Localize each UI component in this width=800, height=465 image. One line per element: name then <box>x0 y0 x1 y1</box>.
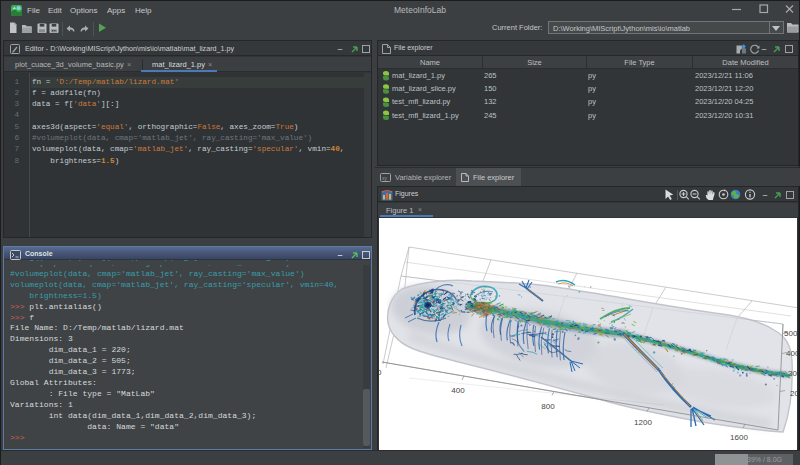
svg-text:400: 400 <box>451 386 465 395</box>
svg-text:300: 300 <box>788 369 797 378</box>
svg-text:xy: xy <box>382 175 388 181</box>
svg-text:800: 800 <box>541 402 555 411</box>
svg-text:0: 0 <box>379 368 382 377</box>
svg-text:400: 400 <box>786 349 797 358</box>
svg-text:200: 200 <box>790 389 797 398</box>
svg-text:1200: 1200 <box>634 418 652 427</box>
svg-text:1600: 1600 <box>730 433 748 442</box>
svg-text:500: 500 <box>784 329 797 338</box>
